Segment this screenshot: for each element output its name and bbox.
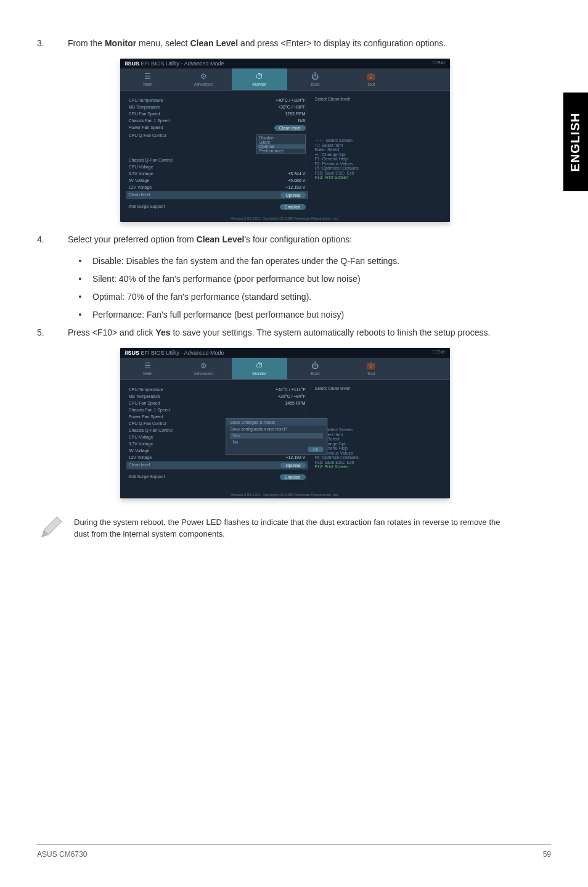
page-content: 3. From the Monitor menu, select Clean L… xyxy=(0,0,588,543)
bullet-optimal: Optimal: 70% of the fan's performance (s… xyxy=(92,291,311,303)
step-4-number: 4. xyxy=(37,233,68,246)
pencil-icon xyxy=(37,513,74,543)
language-tab: ENGLISH xyxy=(563,93,588,191)
tab-monitor[interactable]: ⏱Monitor xyxy=(232,68,288,90)
exit-button[interactable]: ☐ Exit xyxy=(433,60,445,67)
save-confirm-dialog: Save Changes & Reset Save configuration … xyxy=(226,418,327,455)
exit-button-2[interactable]: ☐ Exit xyxy=(433,350,445,356)
clean-level-row-2[interactable]: Clean levelOptimal xyxy=(126,461,308,469)
bios-help-panel: Select Clean level! →←: Select Screen↑↓:… xyxy=(306,97,441,211)
step-5-text: Press <F10> and click Yes to save your s… xyxy=(68,326,533,339)
step-3-number: 3. xyxy=(37,37,68,50)
step-3-text: From the Monitor menu, select Clean Leve… xyxy=(68,37,533,50)
step-4-text: Select your preferred option from Clean … xyxy=(68,233,533,246)
dialog-ok[interactable]: Ok xyxy=(308,447,323,452)
step-3: 3. From the Monitor menu, select Clean L… xyxy=(37,37,533,50)
bios-titlebar-2: /ISUS EFI BIOS Utility - Advanced Mode ☐… xyxy=(120,348,450,358)
footer-product: ASUS CM6730 xyxy=(37,850,87,859)
bios-monitor-panel: CPU Temperature+40°C / +104°F MB Tempera… xyxy=(129,97,306,211)
bullet-disable: Disable: Disables the fan system and the… xyxy=(92,255,399,268)
page-footer: ASUS CM6730 59 xyxy=(37,844,551,859)
clean-level-row[interactable]: Clean levelOptimal xyxy=(126,191,308,199)
tab-tool[interactable]: 💼Tool xyxy=(343,68,399,90)
footer-page-number: 59 xyxy=(543,850,551,859)
tab-main[interactable]: ☰Main xyxy=(120,68,176,90)
step-4: 4. Select your preferred option from Cle… xyxy=(37,233,533,246)
clean-level-dropdown[interactable]: Disable Silent Optimal Performance xyxy=(256,134,306,154)
bios-screenshot-1: /ISUS EFI BIOS Utility - Advanced Mode ☐… xyxy=(120,59,450,222)
dialog-yes[interactable]: Yes xyxy=(230,433,323,439)
bios-tabs: ☰Main ⚙Advanced ⏱Monitor ⏻Boot 💼Tool xyxy=(120,68,450,91)
tab-advanced[interactable]: ⚙Advanced xyxy=(176,68,232,90)
note-text: During the system reboot, the Power LED … xyxy=(74,517,514,539)
bios-screenshot-2: /ISUS EFI BIOS Utility - Advanced Mode ☐… xyxy=(120,348,450,498)
bullet-performance: Performance: Fan's full performance (bes… xyxy=(92,308,344,321)
dialog-no[interactable]: No xyxy=(230,439,323,445)
language-label: ENGLISH xyxy=(569,112,583,171)
step-4-bullets: •Disable: Disables the fan system and th… xyxy=(68,255,533,321)
bios-titlebar: /ISUS EFI BIOS Utility - Advanced Mode ☐… xyxy=(120,59,450,68)
step-5: 5. Press <F10> and click Yes to save you… xyxy=(37,326,533,339)
bullet-silent: Silent: 40% of the fan's performance (po… xyxy=(92,273,361,286)
tab-boot-2[interactable]: ⏻Boot xyxy=(287,358,343,379)
tab-monitor-2[interactable]: ⏱Monitor xyxy=(232,358,288,379)
tab-tool-2[interactable]: 💼Tool xyxy=(343,358,399,379)
tab-boot[interactable]: ⏻Boot xyxy=(287,68,343,90)
tab-advanced-2[interactable]: ⚙Advanced xyxy=(176,358,232,379)
bios-tabs-2: ☰Main ⚙Advanced ⏱Monitor ⏻Boot 💼Tool xyxy=(120,358,450,380)
note-box: During the system reboot, the Power LED … xyxy=(37,513,533,543)
tab-main-2[interactable]: ☰Main xyxy=(120,358,176,379)
step-5-number: 5. xyxy=(37,326,68,339)
